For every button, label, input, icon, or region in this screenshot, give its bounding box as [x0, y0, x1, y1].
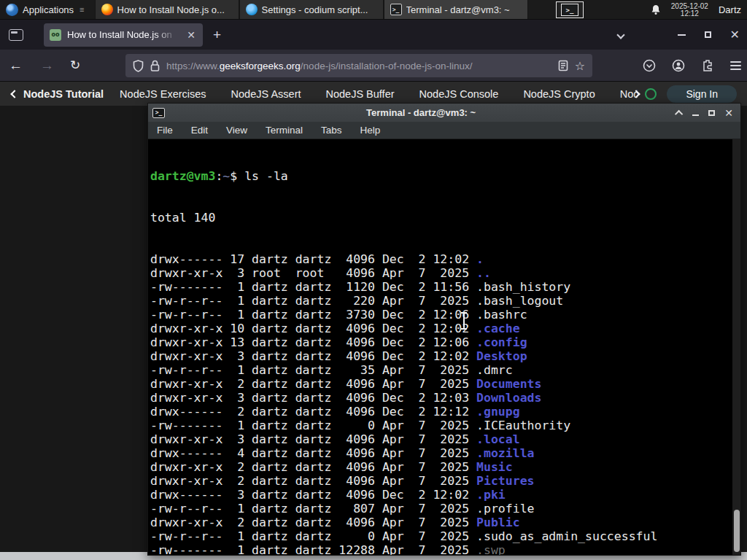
terminal-line: drwxr-xr-x 2 dartz dartz 4096 Apr 7 2025… — [150, 474, 730, 488]
window-maximize-button[interactable] — [705, 31, 711, 38]
taskbar-window-button[interactable]: >_Terminal - dartz@vm3: ~ — [384, 0, 528, 19]
file-meta: -rw------- 1 dartz dartz 0 Apr 7 2025 — [150, 419, 476, 432]
prompt-path: ~ — [222, 169, 230, 183]
back-icon[interactable]: ← — [0, 58, 31, 74]
url-text: https://www.geeksforgeeks.org/node-js/in… — [166, 61, 551, 71]
file-meta: drwx------ 3 dartz dartz 4096 Dec 2 12:0… — [150, 488, 476, 502]
applications-label: Applications — [23, 4, 74, 15]
terminal-close-button[interactable]: ✕ — [724, 108, 733, 118]
gfg-nav-back[interactable]: NodeJS Tutorial — [23, 88, 104, 100]
file-name: .cache — [476, 322, 520, 335]
terminal-icon: >_ — [390, 4, 402, 15]
file-name: Public — [476, 516, 520, 529]
nav-back-chevron-icon[interactable] — [10, 90, 18, 98]
terminal-menu-item[interactable]: Tabs — [321, 125, 342, 136]
new-tab-button[interactable]: + — [213, 27, 221, 43]
file-meta: -rw-r--r-- 1 dartz dartz 3730 Dec 2 12:0… — [150, 308, 476, 322]
file-meta: -rw-r--r-- 1 dartz dartz 220 Apr 7 2025 — [150, 294, 476, 308]
list-all-tabs-icon[interactable] — [616, 31, 624, 39]
terminal-menu-item[interactable]: Terminal — [266, 125, 303, 136]
terminal-tray-icon: >_ — [561, 4, 578, 16]
window-close-button[interactable]: ✕ — [730, 29, 740, 41]
account-icon[interactable] — [672, 59, 685, 72]
terminal-line: -rw-r--r-- 1 dartz dartz 807 Apr 7 2025 … — [150, 502, 730, 516]
terminal-output: drwx------ 17 dartz dartz 4096 Dec 2 12:… — [150, 252, 730, 555]
file-meta: drwx------ 17 dartz dartz 4096 Dec 2 12:… — [150, 252, 476, 266]
tabbar-window-controls: ✕ — [618, 20, 743, 50]
gfg-nav-item[interactable]: NodeJS Assert — [231, 88, 301, 100]
terminal-line: drwx------ 2 dartz dartz 4096 Dec 2 12:1… — [150, 405, 730, 419]
forward-icon[interactable]: → — [31, 58, 63, 74]
menu-lines-icon: ≡ — [80, 5, 84, 14]
terminal-menu-item[interactable]: Help — [360, 125, 381, 136]
gfg-favicon: oo — [50, 29, 61, 41]
file-name: .ICEauthority — [476, 419, 570, 432]
gfg-nav-item[interactable]: NodeJS Exercises — [120, 88, 206, 100]
taskbar-window-title: Settings - codium script... — [262, 4, 368, 15]
file-meta: -rw------- 1 dartz dartz 12288 Apr 7 202… — [150, 543, 476, 555]
taskbar-window-button[interactable]: How to Install Node.js o... — [95, 0, 239, 19]
pocket-icon[interactable] — [643, 59, 656, 72]
notification-bell-icon[interactable] — [651, 4, 661, 15]
file-name: .bash_logout — [476, 294, 563, 308]
browser-tab-active[interactable]: oo How to Install Node.js on ✕ — [44, 23, 203, 47]
clock[interactable]: 2025-12-02 12:12 — [671, 3, 708, 18]
terminal-line: -rw-r--r-- 1 dartz dartz 35 Apr 7 2025 .… — [150, 363, 730, 377]
terminal-maximize-button[interactable] — [708, 110, 715, 116]
tab-close-icon[interactable]: ✕ — [185, 29, 197, 41]
terminal-menu-item[interactable]: Edit — [191, 125, 208, 136]
codium-icon — [246, 4, 258, 15]
terminal-menu-item[interactable]: File — [157, 125, 173, 136]
file-meta: -rw-r--r-- 1 dartz dartz 807 Apr 7 2025 — [150, 502, 476, 516]
file-meta: -rw-r--r-- 1 dartz dartz 0 Apr 7 2025 — [150, 529, 476, 543]
url-path: /node-js/installation-of-node-js-on-linu… — [301, 61, 473, 71]
bookmark-star-icon[interactable]: ☆ — [575, 59, 585, 73]
file-name: .gnupg — [476, 405, 520, 419]
file-name: Desktop — [476, 349, 527, 363]
terminal-body[interactable]: dartz@vm3:~$ ls -la total 140 drwx------… — [148, 139, 740, 555]
gfg-search-icon[interactable] — [645, 88, 657, 100]
prompt-user-host: dartz@vm3 — [150, 169, 215, 183]
file-meta: drwxr-xr-x 10 dartz dartz 4096 Dec 2 12:… — [150, 322, 476, 335]
terminal-line: -rw------- 1 dartz dartz 0 Apr 7 2025 .I… — [150, 419, 730, 432]
terminal-titlebar[interactable]: >_ Terminal - dartz@vm3: ~ ✕ — [148, 104, 740, 122]
url-prefix: https://www. — [166, 61, 220, 71]
file-meta: drwxr-xr-x 3 dartz dartz 4096 Dec 2 12:0… — [150, 349, 476, 363]
toolbar-right-icons — [643, 50, 741, 82]
gfg-nav-item[interactable]: NodeJS Console — [419, 88, 499, 100]
terminal-scrollbar-thumb[interactable] — [734, 510, 740, 552]
taskbar-window-button[interactable]: Settings - codium script... — [239, 0, 384, 19]
terminal-menu-item[interactable]: View — [226, 125, 247, 136]
gfg-nav-item[interactable]: NodeJS Crypto — [523, 88, 595, 100]
extensions-icon[interactable] — [701, 59, 714, 72]
taskbar-window-title: Terminal - dartz@vm3: ~ — [406, 4, 510, 15]
window-minimize-button[interactable] — [678, 34, 686, 36]
file-name: . — [476, 252, 484, 266]
session-user-label[interactable]: Dartz — [719, 4, 741, 15]
menu-hamburger-icon[interactable] — [730, 61, 741, 70]
file-meta: drwxr-xr-x 2 dartz dartz 4096 Apr 7 2025 — [150, 377, 476, 391]
file-name: Downloads — [476, 391, 541, 405]
file-name: .. — [476, 266, 491, 280]
lock-icon[interactable] — [150, 60, 160, 71]
file-name: .bashrc — [476, 308, 527, 322]
sign-in-button[interactable]: Sign In — [667, 85, 737, 103]
url-bar[interactable]: https://www.geeksforgeeks.org/node-js/in… — [125, 54, 592, 77]
gfg-nav-item[interactable]: NodeJS Buffer — [326, 88, 395, 100]
terminal-line: drwx------ 4 dartz dartz 4096 Apr 7 2025… — [150, 446, 730, 460]
reload-icon[interactable]: ↻ — [63, 58, 88, 73]
applications-menu-button[interactable]: Applications ≡ — [0, 0, 90, 19]
file-meta: drwx------ 4 dartz dartz 4096 Apr 7 2025 — [150, 446, 476, 460]
terminal-minimize-button[interactable] — [692, 114, 699, 116]
file-name: Music — [476, 460, 513, 474]
clock-date: 2025-12-02 — [671, 3, 708, 10]
file-meta: drwxr-xr-x 2 dartz dartz 4096 Apr 7 2025 — [150, 516, 476, 529]
file-name: .bash_history — [476, 280, 570, 294]
terminal-scrollbar[interactable] — [732, 139, 740, 555]
shield-icon[interactable] — [133, 60, 144, 72]
tray-terminal-launcher[interactable]: >_ — [556, 1, 584, 18]
firefox-view-icon[interactable] — [9, 29, 23, 41]
reader-mode-icon[interactable] — [558, 60, 568, 71]
file-meta: drwxr-xr-x 3 root root 4096 Apr 7 2025 — [150, 266, 476, 280]
gfg-nav-items: NodeJS ExercisesNodeJS AssertNodeJS Buff… — [120, 88, 638, 100]
